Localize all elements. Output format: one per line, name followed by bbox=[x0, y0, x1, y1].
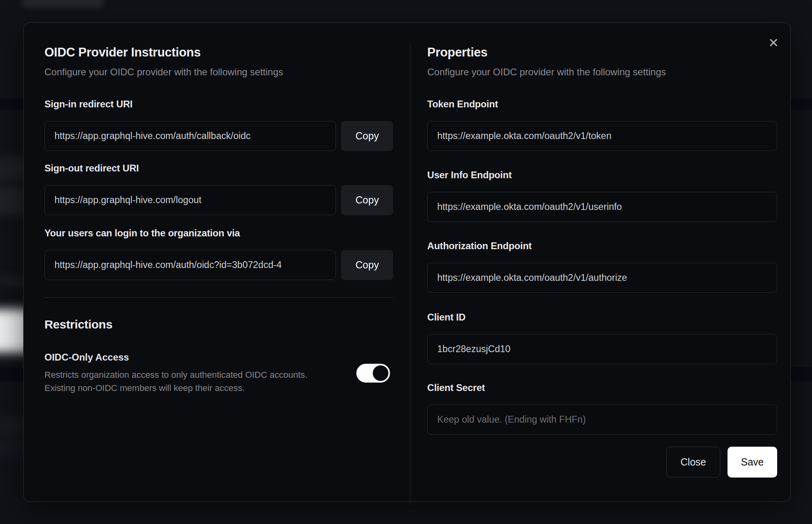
section-divider bbox=[44, 297, 393, 298]
signin-redirect-uri-input[interactable] bbox=[44, 121, 336, 151]
authorization-endpoint-label: Authorization Endpoint bbox=[427, 240, 777, 252]
column-divider bbox=[410, 42, 410, 505]
signout-redirect-uri-label: Sign-out redirect URI bbox=[44, 162, 394, 174]
description-line-1: Restricts organization access to only au… bbox=[44, 368, 337, 381]
client-id-row bbox=[427, 334, 777, 364]
authorization-endpoint-input[interactable] bbox=[427, 263, 777, 293]
signin-redirect-uri-row: Copy bbox=[44, 121, 394, 151]
userinfo-endpoint-input[interactable] bbox=[427, 192, 777, 222]
oidc-settings-modal: ✕ OIDC Provider Instructions Configure y… bbox=[23, 22, 791, 502]
properties-subtitle: Configure your OIDC provider with the fo… bbox=[427, 66, 777, 78]
login-url-row: Copy bbox=[44, 250, 394, 280]
token-endpoint-row bbox=[427, 121, 777, 151]
client-secret-label: Client Secret bbox=[427, 382, 777, 394]
restrictions-title: Restrictions bbox=[44, 316, 394, 333]
client-id-input[interactable] bbox=[427, 334, 777, 364]
provider-instructions-panel: OIDC Provider Instructions Configure you… bbox=[44, 23, 394, 395]
signout-redirect-uri-input[interactable] bbox=[44, 185, 336, 215]
login-url-label: Your users can login to the organization… bbox=[44, 227, 394, 239]
oidc-only-access-text: OIDC-Only Access Restricts organization … bbox=[44, 351, 337, 395]
oidc-only-access-label: OIDC-Only Access bbox=[44, 351, 337, 363]
client-secret-input[interactable] bbox=[427, 405, 777, 435]
userinfo-endpoint-label: User Info Endpoint bbox=[427, 169, 777, 181]
signout-redirect-uri-row: Copy bbox=[44, 185, 394, 215]
instructions-title: OIDC Provider Instructions bbox=[44, 44, 394, 60]
copy-signin-uri-button[interactable]: Copy bbox=[341, 121, 393, 151]
save-button[interactable]: Save bbox=[728, 447, 777, 478]
login-url-input[interactable] bbox=[44, 250, 336, 280]
instructions-subtitle: Configure your OIDC provider with the fo… bbox=[44, 66, 394, 78]
modal-actions: Close Save bbox=[427, 447, 777, 478]
token-endpoint-label: Token Endpoint bbox=[427, 98, 777, 110]
oidc-only-access-description: Restricts organization access to only au… bbox=[44, 368, 337, 395]
toggle-knob bbox=[373, 365, 388, 381]
client-secret-row bbox=[427, 405, 777, 435]
authorization-endpoint-row bbox=[427, 263, 777, 293]
token-endpoint-input[interactable] bbox=[427, 121, 777, 151]
userinfo-endpoint-row bbox=[427, 192, 777, 222]
properties-title: Properties bbox=[427, 44, 777, 60]
oidc-only-access-row: OIDC-Only Access Restricts organization … bbox=[44, 351, 394, 395]
properties-panel: Properties Configure your OIDC provider … bbox=[427, 23, 777, 478]
signin-redirect-uri-label: Sign-in redirect URI bbox=[44, 98, 394, 110]
client-id-label: Client ID bbox=[427, 311, 777, 323]
oidc-only-access-toggle[interactable] bbox=[356, 364, 390, 383]
blurred-background-element bbox=[22, 0, 104, 7]
copy-login-url-button[interactable]: Copy bbox=[341, 250, 393, 280]
copy-signout-uri-button[interactable]: Copy bbox=[341, 185, 393, 215]
close-button[interactable]: Close bbox=[666, 447, 720, 478]
description-line-2: Existing non-OIDC members will keep thei… bbox=[44, 381, 337, 395]
